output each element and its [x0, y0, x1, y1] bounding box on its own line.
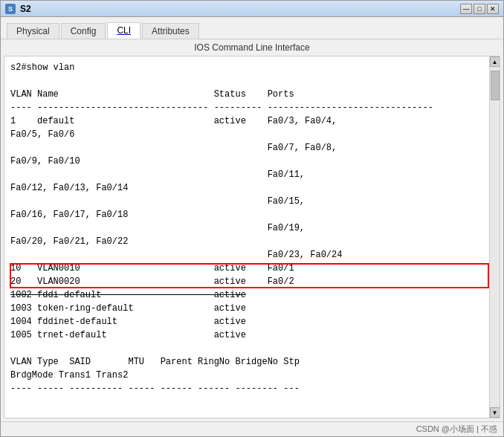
tab-config[interactable]: Config: [61, 23, 106, 39]
footer-bar: CSDN @小场面 | 不惑: [1, 421, 503, 436]
highlighted-line: 10 VLAN0010 active Fa0/1: [10, 263, 294, 273]
terminal-output[interactable]: s2#show vlan VLAN Name Status Ports ----…: [4, 56, 489, 418]
scrollbar-thumb[interactable]: [491, 71, 500, 100]
tab-attributes[interactable]: Attributes: [142, 23, 199, 39]
footer-text: CSDN @小场面 | 不惑: [416, 424, 497, 435]
tab-cli[interactable]: CLI: [107, 22, 140, 39]
section-title: IOS Command Line Interface: [4, 42, 500, 53]
minimize-button[interactable]: —: [460, 4, 472, 14]
title-bar: S S2 — □ ✕: [1, 1, 503, 17]
window-icon: S: [5, 4, 16, 14]
content-area: IOS Command Line Interface s2#show vlan …: [1, 39, 503, 421]
close-button[interactable]: ✕: [487, 4, 499, 14]
scroll-up-button[interactable]: ▲: [490, 56, 500, 67]
main-window: S S2 — □ ✕ Physical Config CLI Attribute…: [0, 0, 504, 437]
fddi-line: 1002 fddi-default active: [10, 290, 246, 300]
restore-button[interactable]: □: [474, 4, 485, 14]
tab-physical[interactable]: Physical: [7, 23, 59, 39]
terminal-container: s2#show vlan VLAN Name Status Ports ----…: [4, 56, 500, 418]
window-title: S2: [20, 4, 460, 14]
highlighted-line: 20 VLAN0020 active Fa0/2: [10, 276, 294, 287]
scroll-down-button[interactable]: ▼: [490, 407, 500, 418]
scrollbar-track: [490, 67, 500, 407]
tab-bar: Physical Config CLI Attributes: [1, 17, 503, 39]
scrollbar[interactable]: ▲ ▼: [489, 56, 500, 418]
window-controls: — □ ✕: [460, 4, 499, 14]
